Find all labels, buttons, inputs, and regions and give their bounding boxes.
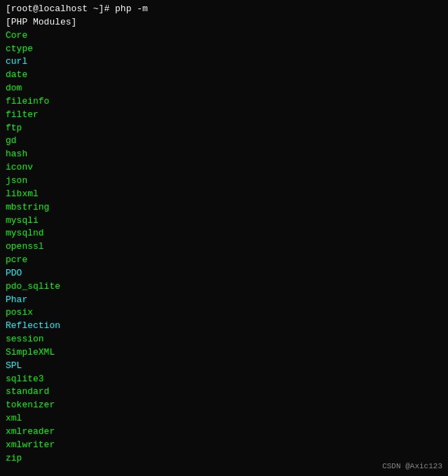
module-item: sqlite3 <box>6 373 442 386</box>
module-item: xmlreader <box>6 426 442 439</box>
module-item: curl <box>6 55 442 69</box>
module-item: hash <box>6 148 442 161</box>
module-item: Phar <box>6 294 442 307</box>
module-item: libxml <box>6 188 442 201</box>
module-item: pdo_sqlite <box>6 280 442 294</box>
module-item: Reflection <box>6 320 442 333</box>
module-item: pcre <box>6 254 442 267</box>
module-item: zip <box>6 452 442 465</box>
watermark: CSDN @Axic123 <box>382 462 442 470</box>
module-item: mbstring <box>6 201 442 215</box>
modules-list: Corectypecurldatedomfileinfofilterftpgdh… <box>6 29 442 465</box>
module-item: xml <box>6 412 442 426</box>
module-item: dom <box>6 82 442 95</box>
module-item: xmlwriter <box>6 439 442 452</box>
module-item: mysqlnd <box>6 227 442 240</box>
module-item: ctype <box>6 43 442 56</box>
module-item: tokenizer <box>6 399 442 412</box>
module-item: session <box>6 333 442 346</box>
module-item: PDO <box>6 267 442 280</box>
module-item: openssl <box>6 240 442 254</box>
module-item: json <box>6 175 442 188</box>
module-item: filter <box>6 109 442 122</box>
module-item: SimpleXML <box>6 346 442 360</box>
terminal-window: [root@localhost ~]# php -m [PHP Modules]… <box>0 0 448 476</box>
module-item: mysqli <box>6 215 442 228</box>
module-item: posix <box>6 306 442 320</box>
prompt-line: [root@localhost ~]# php -m <box>6 3 442 16</box>
module-item: gd <box>6 135 442 148</box>
module-item: fileinfo <box>6 95 442 109</box>
module-item: SPL <box>6 360 442 373</box>
module-item: Core <box>6 29 442 43</box>
header-line: [PHP Modules] <box>6 16 442 29</box>
module-item: date <box>6 69 442 82</box>
module-item: ftp <box>6 122 442 135</box>
module-item: iconv <box>6 161 442 175</box>
module-item: standard <box>6 386 442 399</box>
